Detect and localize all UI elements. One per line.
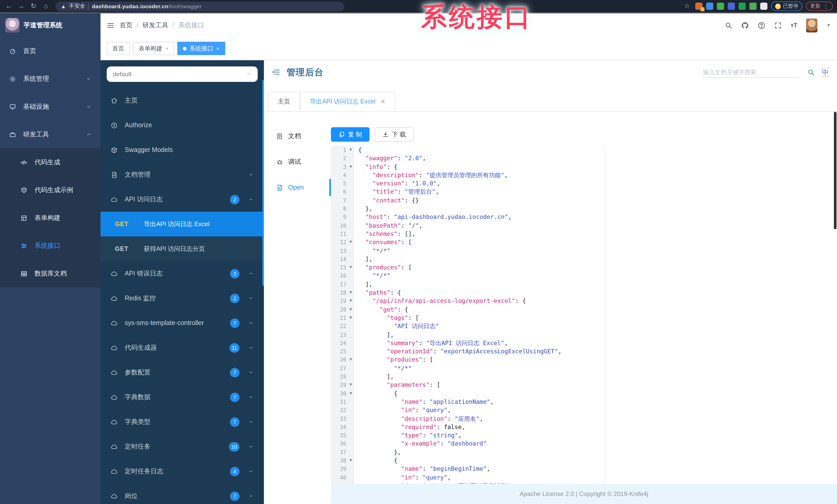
api-group[interactable]: 岗位7 (101, 484, 264, 504)
sidebar-item-系统接口[interactable]: 系统接口 (0, 232, 101, 260)
back-icon[interactable]: ← (4, 1, 13, 12)
sidebar-item-首页[interactable]: 首页 (0, 37, 101, 65)
sidebar-item-代码生成示例[interactable]: 代码生成示例 (0, 176, 101, 204)
doc-tab[interactable]: 主页 (268, 92, 300, 111)
browser-update-button[interactable]: 更新 ⋮ (806, 2, 833, 11)
close-icon[interactable]: × (165, 45, 168, 51)
user-avatar[interactable] (806, 18, 817, 32)
hamburger-icon[interactable] (107, 21, 114, 29)
breadcrumb-item[interactable]: 首页 (120, 21, 132, 30)
doc-search-icon[interactable] (807, 68, 815, 76)
extension-green-circle-icon[interactable] (717, 3, 724, 10)
extension-dark-green-icon[interactable] (738, 3, 746, 10)
api-group-select[interactable]: default (107, 67, 258, 82)
code-text: ], (354, 331, 394, 339)
sidebar-item-表单构建[interactable]: 表单构建 (0, 204, 101, 232)
close-icon[interactable]: × (216, 45, 219, 51)
sidebar-item-基础设施[interactable]: 基础设施 (0, 93, 101, 120)
sidebar-item-代码生成[interactable]: </>代码生成 (0, 148, 101, 176)
fold-arrow-icon[interactable]: ▼ (350, 314, 352, 322)
endpoint-item[interactable]: GET获得API 访问日志分页 (101, 237, 264, 261)
knife4j-nav-Authorize[interactable]: Authorize (101, 113, 264, 137)
api-group[interactable]: 定时任务10 (101, 434, 264, 459)
fold-arrow-icon[interactable]: ▼ (350, 288, 352, 297)
forward-icon[interactable]: → (17, 1, 26, 12)
extension-blue-pin-icon[interactable] (706, 3, 713, 10)
api-group[interactable]: sys-sms-template-controller7 (101, 311, 264, 335)
extension-white-icon[interactable] (760, 3, 767, 10)
home-icon[interactable]: ⌂ (41, 1, 51, 12)
help-icon[interactable] (758, 21, 765, 29)
fold-arrow-icon[interactable]: ▼ (350, 297, 352, 305)
endpoint-item[interactable]: GET导出API 访问日志 Excel (101, 212, 264, 237)
page-tab[interactable]: 表单构建× (133, 42, 174, 55)
extension-orange-icon[interactable]: 1 (695, 3, 702, 10)
bookmark-star-icon[interactable]: ☆ (682, 1, 692, 12)
reload-icon[interactable]: ↻ (29, 1, 38, 12)
extension-blue-grid-icon[interactable] (728, 3, 735, 10)
api-group[interactable]: API 访问日志2 (101, 187, 264, 212)
code-line: 35 "type": "string", (331, 431, 837, 440)
line-number: 7 (331, 196, 354, 205)
api-group[interactable]: API 错误日志3 (101, 261, 264, 286)
api-group[interactable]: 定时任务日志4 (101, 459, 264, 484)
language-icon[interactable]: 中 (822, 68, 829, 76)
chevron-down-icon[interactable]: ▼ (826, 23, 831, 28)
doc-nav-Open[interactable]: Open (264, 174, 331, 200)
page-scrollbar-thumb[interactable] (834, 112, 836, 229)
knife4j-nav-文档管理[interactable]: 文档管理 (101, 162, 264, 187)
code-editor[interactable]: 1▼{2 "swagger": "2.0",3▼ "info": {4 "des… (331, 146, 837, 483)
fold-arrow-icon[interactable]: ▼ (350, 238, 352, 247)
home-icon (111, 97, 119, 104)
security-label[interactable]: 不安全 (69, 3, 85, 10)
font-size-icon[interactable]: тT (790, 22, 797, 29)
sidebar-item-研发工具[interactable]: 研发工具 (0, 120, 101, 148)
github-icon[interactable] (741, 21, 749, 29)
fold-arrow-icon[interactable]: ▼ (350, 356, 352, 364)
api-group-label: 代码生成器 (125, 343, 224, 352)
api-group[interactable]: Redis 监控2 (101, 286, 264, 311)
doc-nav-文档[interactable]: 文档 (264, 123, 331, 149)
fold-arrow-icon[interactable]: ▼ (350, 163, 352, 171)
cloud-icon (111, 468, 119, 474)
paused-label: 已暂停 (783, 3, 798, 10)
fullscreen-icon[interactable] (774, 21, 782, 29)
collapse-menu-icon[interactable] (272, 68, 280, 76)
sidebar-item-数据库文档[interactable]: 数据库文档 (0, 260, 101, 287)
browser-menu-icon[interactable]: ⋮ (823, 3, 829, 10)
doc-search-input[interactable] (702, 67, 800, 77)
sidebar-item-系统管理[interactable]: 系统管理 (0, 65, 101, 93)
doc-nav-调试[interactable]: 调试 (264, 149, 331, 174)
cloud-icon (111, 320, 119, 326)
url-text[interactable]: dashboard.yudao.iocoder.cn/tool/swagger (92, 3, 202, 9)
fold-arrow-icon[interactable]: ▼ (350, 146, 352, 154)
api-group[interactable]: 代码生成器11 (101, 335, 264, 360)
app-logo[interactable]: 芋道管理系统 (0, 13, 101, 37)
breadcrumb-item[interactable]: 研发工具 (143, 21, 168, 30)
doc-tab[interactable]: 导出API 访问日志 Excel✕ (300, 92, 395, 111)
code-text: "description": "开始开始请求时间" (354, 482, 509, 483)
download-button[interactable]: 下 载 (375, 127, 414, 142)
search-icon[interactable] (725, 21, 732, 29)
api-group[interactable]: 参数配置7 (101, 360, 264, 385)
breadcrumb-item[interactable]: 系统接口 (178, 21, 204, 30)
code-text: ], (354, 372, 394, 381)
knife4j-nav-Swagger Models[interactable]: Swagger Models (101, 137, 264, 162)
warning-icon[interactable]: ▲ (61, 3, 66, 9)
extension-leaf-icon[interactable] (749, 3, 756, 10)
address-bar[interactable]: ▲ 不安全 dashboard.yudao.iocoder.cn/tool/sw… (56, 1, 344, 11)
knife4j-nav-主页[interactable]: 主页 (101, 88, 264, 113)
line-number: 1▼ (331, 146, 354, 154)
paused-extension-pill[interactable]: 已暂停 (771, 2, 802, 11)
close-icon[interactable]: ✕ (380, 98, 385, 105)
fold-arrow-icon[interactable]: ▼ (350, 389, 352, 398)
copy-button[interactable]: 复 制 (331, 127, 370, 142)
fold-arrow-icon[interactable]: ▼ (350, 305, 352, 314)
fold-arrow-icon[interactable]: ▼ (350, 456, 352, 465)
page-tab[interactable]: 首页 (107, 42, 130, 55)
page-tab[interactable]: 系统接口× (177, 42, 225, 55)
fold-arrow-icon[interactable]: ▼ (350, 263, 352, 272)
fold-arrow-icon[interactable]: ▼ (350, 381, 352, 389)
api-group[interactable]: 字典数据7 (101, 385, 264, 410)
api-group[interactable]: 字典类型7 (101, 410, 264, 434)
